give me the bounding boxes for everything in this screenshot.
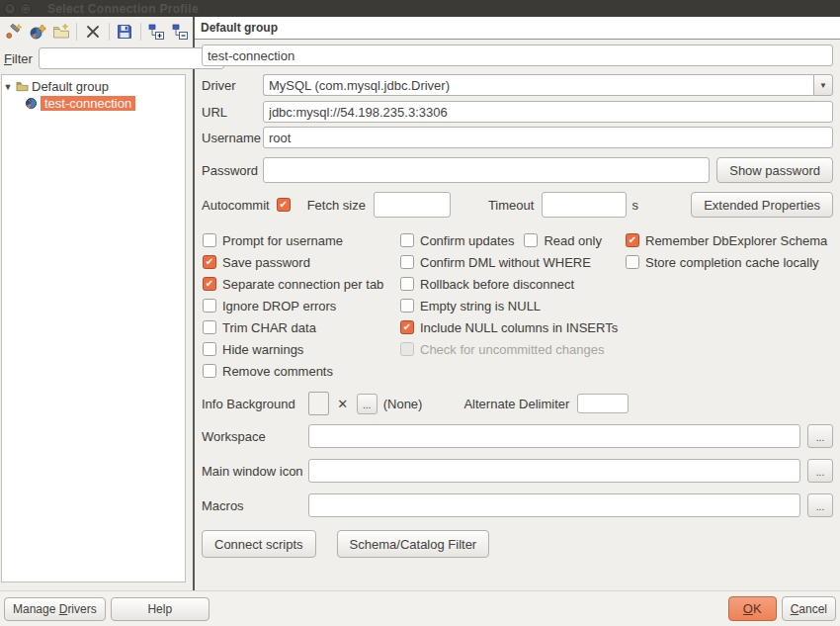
checkbox-icon[interactable] xyxy=(203,299,216,313)
checkbox-icon[interactable]: ✔ xyxy=(626,233,639,247)
checkbox-icon[interactable]: ✔ xyxy=(203,255,216,269)
option-prompt-for-username[interactable]: Prompt for username xyxy=(203,233,343,248)
profile-name-input[interactable] xyxy=(202,45,833,66)
schema-catalog-filter-button[interactable]: Schema/Catalog Filter xyxy=(337,530,490,558)
checkbox-icon[interactable] xyxy=(400,233,414,247)
pick-color-button[interactable]: ... xyxy=(357,394,378,414)
checkbox-icon[interactable] xyxy=(400,255,414,269)
collapse-tree-icon[interactable] xyxy=(170,20,191,44)
profile-tree[interactable]: ▼ Default group test-connection xyxy=(1,74,186,582)
new-group-icon[interactable] xyxy=(50,20,71,44)
tree-group-label: Default group xyxy=(32,79,109,94)
option-include-null-columns-in-inserts[interactable]: ✔Include NULL columns in INSERTs xyxy=(400,320,618,335)
profile-detail-panel: Default group Driver ▼ URL xyxy=(195,17,840,590)
option-label: Confirm DML without WHERE xyxy=(420,255,591,270)
manage-drivers-button[interactable]: Manage Drivers xyxy=(4,597,106,621)
info-background-swatch[interactable] xyxy=(308,392,329,415)
copy-profile-icon[interactable] xyxy=(27,20,47,44)
option-label: Save password xyxy=(222,255,310,270)
option-trim-char-data[interactable]: Trim CHAR data xyxy=(203,320,316,335)
option-store-completion-cache-locally[interactable]: Store completion cache locally xyxy=(626,255,819,270)
main-window-icon-input[interactable] xyxy=(308,459,800,483)
password-label: Password xyxy=(202,163,263,178)
cancel-button[interactable]: Cancel xyxy=(782,596,836,621)
option-label: Confirm updates xyxy=(420,233,514,248)
checkbox-icon[interactable] xyxy=(524,233,538,247)
tree-group-row[interactable]: ▼ Default group xyxy=(2,78,185,95)
option-label: Check for uncommitted changes xyxy=(420,342,604,357)
toolbar-separator xyxy=(109,23,110,41)
option-confirm-dml-without-where[interactable]: Confirm DML without WHERE xyxy=(400,255,591,270)
checkbox-icon[interactable] xyxy=(400,277,414,291)
option-check-for-uncommitted-changes: Check for uncommitted changes xyxy=(400,342,604,357)
dialog-footer: Manage Drivers Help OK Cancel xyxy=(0,590,840,626)
checkbox-icon[interactable] xyxy=(203,364,216,378)
checkbox-icon[interactable]: ✔ xyxy=(203,277,216,291)
option-label: Trim CHAR data xyxy=(222,320,316,335)
main-window-icon-browse-button[interactable]: ... xyxy=(807,459,833,483)
option-label: Hide warnings xyxy=(222,342,303,357)
save-icon[interactable] xyxy=(115,20,135,44)
option-label: Remember DbExplorer Schema xyxy=(645,233,827,248)
folder-icon xyxy=(16,80,29,93)
info-background-label: Info Background xyxy=(202,397,295,411)
tree-profile-row[interactable]: test-connection xyxy=(2,95,185,112)
toolbar-separator xyxy=(140,23,141,41)
checkbox-icon[interactable] xyxy=(626,255,639,269)
alternate-delimiter-input[interactable] xyxy=(577,394,629,413)
expand-tree-icon[interactable] xyxy=(146,20,167,44)
workspace-browse-button[interactable]: ... xyxy=(807,424,833,448)
extended-properties-button[interactable]: Extended Properties xyxy=(691,192,833,218)
option-separate-connection-per-tab[interactable]: ✔Separate connection per tab xyxy=(203,277,383,292)
fetch-size-input[interactable] xyxy=(374,192,451,218)
connect-scripts-button[interactable]: Connect scripts xyxy=(202,530,316,558)
option-empty-string-is-null[interactable]: Empty string is NULL xyxy=(400,299,541,313)
option-remove-comments[interactable]: Remove comments xyxy=(203,364,333,379)
close-window-icon[interactable]: ✕ xyxy=(4,3,16,15)
checkbox-icon[interactable]: ✔ xyxy=(400,320,414,334)
option-label: Ignore DROP errors xyxy=(222,299,336,313)
options-grid: Prompt for username✔Save password✔Separa… xyxy=(203,229,833,382)
username-input[interactable] xyxy=(263,127,833,148)
option-read-only[interactable]: Read only xyxy=(524,233,602,248)
driver-value-input[interactable] xyxy=(263,74,813,96)
show-password-button[interactable]: Show password xyxy=(716,157,833,183)
workspace-input[interactable] xyxy=(308,424,800,448)
dialog-window: ✕ ▢ Select Connection Profile xyxy=(0,0,840,626)
checkbox-icon[interactable] xyxy=(203,233,216,247)
autocommit-label: Autocommit xyxy=(202,198,270,213)
filter-label: Filter xyxy=(4,51,33,66)
option-ignore-drop-errors[interactable]: Ignore DROP errors xyxy=(203,299,336,313)
checkbox-icon[interactable] xyxy=(203,342,216,356)
timeout-input[interactable] xyxy=(542,192,627,218)
driver-label: Driver xyxy=(202,78,263,93)
driver-select[interactable]: ▼ xyxy=(263,74,833,96)
checkbox-icon[interactable] xyxy=(203,320,216,334)
alternate-delimiter-label: Alternate Delimiter xyxy=(463,397,569,411)
driver-dropdown-icon[interactable]: ▼ xyxy=(813,74,833,96)
timeout-label: Timeout xyxy=(488,198,534,213)
url-input[interactable] xyxy=(263,101,833,123)
info-background-value: (None) xyxy=(383,397,423,411)
tree-expander-icon[interactable]: ▼ xyxy=(2,82,14,92)
maximize-window-icon[interactable]: ▢ xyxy=(20,3,32,15)
password-input[interactable] xyxy=(263,157,710,183)
checkbox-icon xyxy=(400,342,414,356)
ok-button[interactable]: OK xyxy=(728,596,777,621)
option-hide-warnings[interactable]: Hide warnings xyxy=(203,342,303,357)
macros-input[interactable] xyxy=(308,493,800,517)
option-remember-dbexplorer-schema[interactable]: ✔Remember DbExplorer Schema xyxy=(626,233,827,248)
option-save-password[interactable]: ✔Save password xyxy=(203,255,310,270)
delete-profile-icon[interactable] xyxy=(82,20,103,44)
macros-label: Macros xyxy=(202,498,308,513)
toolbar-separator xyxy=(76,23,77,41)
option-confirm-updates[interactable]: Confirm updates xyxy=(400,233,514,248)
option-label: Read only xyxy=(544,233,602,248)
new-profile-icon[interactable] xyxy=(3,20,24,44)
macros-browse-button[interactable]: ... xyxy=(807,493,833,517)
autocommit-checkbox[interactable]: ✔ xyxy=(277,198,291,212)
help-button[interactable]: Help xyxy=(111,597,210,621)
option-rollback-before-disconnect[interactable]: Rollback before disconnect xyxy=(400,277,574,292)
clear-color-icon[interactable]: ✕ xyxy=(332,392,354,415)
checkbox-icon[interactable] xyxy=(400,299,414,313)
